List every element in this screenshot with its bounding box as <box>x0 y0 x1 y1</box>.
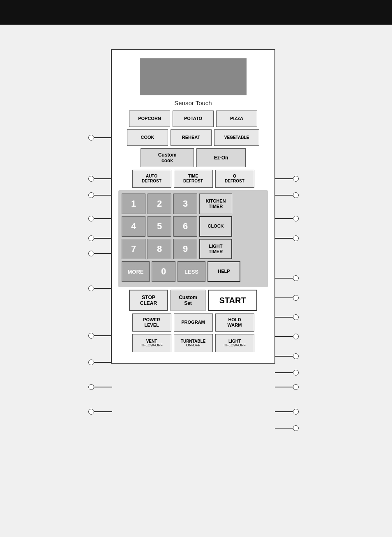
light-sub-label: HI-LOW-OFF <box>224 343 245 348</box>
more-button[interactable]: MORE <box>122 261 150 282</box>
numpad-container: 1 2 3 KITCHENTIMER 4 5 6 CLOCK 7 8 9 LIG… <box>118 190 268 287</box>
num6-button[interactable]: 6 <box>173 216 197 237</box>
vent-row: VENT HI-LOW-OFF TURNTABLE ON-OFF LIGHT H… <box>118 334 268 352</box>
defrost-row: AUTODEFROST TIMEDEFROST QDEFROST <box>118 170 268 188</box>
vegetable-button[interactable]: VEGETABLE <box>214 129 259 146</box>
start-button[interactable]: START <box>208 290 257 311</box>
right-callout-kitchen-timer <box>275 275 299 281</box>
ez-on-button[interactable]: Ez-On <box>196 148 246 167</box>
microwave-panel: Sensor Touch POPCORN POTATO PIZZA COOK R… <box>111 49 275 364</box>
less-button[interactable]: LESS <box>178 261 205 282</box>
num8-button[interactable]: 8 <box>148 239 171 259</box>
potato-button[interactable]: POTATO <box>173 111 214 127</box>
stop-start-row: STOPCLEAR CustomSet START <box>118 290 268 311</box>
pizza-button[interactable]: PIZZA <box>216 111 257 127</box>
left-callout-stop-clear <box>88 360 112 365</box>
sensor-row-2: COOK REHEAT VEGETABLE <box>118 129 268 146</box>
sensor-touch-label: Sensor Touch <box>118 99 268 106</box>
left-callout-custom-cook <box>88 216 112 221</box>
left-callout-cook <box>88 192 112 198</box>
help-button[interactable]: HELP <box>208 261 240 282</box>
reheat-button[interactable]: REHEAT <box>171 129 212 146</box>
right-callout-turntable <box>275 425 299 431</box>
right-callout-help <box>275 334 299 339</box>
num3-button[interactable]: 3 <box>173 194 197 214</box>
q-defrost-button[interactable]: QDEFROST <box>215 170 254 188</box>
custom-set-button[interactable]: CustomSet <box>171 290 205 311</box>
right-callout-start <box>275 353 299 359</box>
right-callout-hold-warm1 <box>275 370 299 376</box>
time-defrost-button[interactable]: TIMEDEFROST <box>174 170 213 188</box>
header-bar <box>0 0 392 25</box>
vent-button[interactable]: VENT HI-LOW-OFF <box>132 334 171 352</box>
num0-button[interactable]: 0 <box>152 261 175 282</box>
power-level-button[interactable]: POWERLEVEL <box>132 313 171 332</box>
vent-sub-label: HI-LOW-OFF <box>141 343 162 348</box>
hold-warm-button[interactable]: HOLDWARM <box>215 313 254 332</box>
left-callout-display <box>88 135 112 141</box>
num2-button[interactable]: 2 <box>148 194 171 214</box>
clock-button[interactable]: CLOCK <box>199 216 232 237</box>
right-callout-clock <box>275 295 299 301</box>
num4-button[interactable]: 4 <box>122 216 145 237</box>
custom-cook-button[interactable]: Customcook <box>141 148 194 167</box>
right-callout-hold-warm2 <box>275 384 299 390</box>
power-program-row: POWERLEVEL PROGRAM HOLDWARM <box>118 313 268 332</box>
right-callout-q-defrost <box>275 235 299 241</box>
numpad-row-2: 4 5 6 CLOCK <box>122 216 265 237</box>
turntable-sub-label: ON-OFF <box>186 343 201 348</box>
light-button[interactable]: LIGHT HI-LOW-OFF <box>215 334 254 352</box>
left-callout-auto-defrost2 <box>88 251 112 256</box>
num9-button[interactable]: 9 <box>173 239 197 259</box>
num7-button[interactable]: 7 <box>122 239 145 259</box>
right-callout-light-btn <box>275 409 299 415</box>
numpad-row-1: 1 2 3 KITCHENTIMER <box>122 194 265 214</box>
left-callout-more <box>88 333 112 339</box>
cook-button[interactable]: COOK <box>127 129 168 146</box>
left-callout-auto-defrost <box>88 235 112 241</box>
num5-button[interactable]: 5 <box>148 216 171 237</box>
sensor-row-1: POPCORN POTATO PIZZA <box>118 111 268 127</box>
auto-defrost-button[interactable]: AUTODEFROST <box>132 170 171 188</box>
light-label: LIGHT <box>228 339 241 343</box>
left-callout-numpad <box>88 286 112 291</box>
left-callout-vent <box>88 409 112 415</box>
turntable-button[interactable]: TURNTABLE ON-OFF <box>174 334 213 352</box>
right-callout-vegetable <box>275 192 299 198</box>
numpad-row-4: MORE 0 LESS HELP <box>122 261 265 282</box>
turntable-label: TURNTABLE <box>181 339 205 343</box>
custom-row: Customcook Ez-On <box>118 148 268 167</box>
light-timer-button[interactable]: LIGHTTIMER <box>199 239 232 259</box>
num1-button[interactable]: 1 <box>122 194 145 214</box>
right-callout-light-timer <box>275 314 299 320</box>
program-button[interactable]: PROGRAM <box>174 313 213 332</box>
left-callout-popcorn <box>88 176 112 182</box>
vent-label: VENT <box>146 339 157 343</box>
display-screen <box>140 58 247 95</box>
left-callout-power-level <box>88 384 112 390</box>
right-callout-ez-on <box>275 216 299 221</box>
kitchen-timer-button[interactable]: KITCHENTIMER <box>199 194 232 214</box>
numpad-row-3: 7 8 9 LIGHTTIMER <box>122 239 265 259</box>
popcorn-button[interactable]: POPCORN <box>129 111 170 127</box>
right-callout-pizza <box>275 176 299 182</box>
stop-clear-button[interactable]: STOPCLEAR <box>129 290 168 311</box>
